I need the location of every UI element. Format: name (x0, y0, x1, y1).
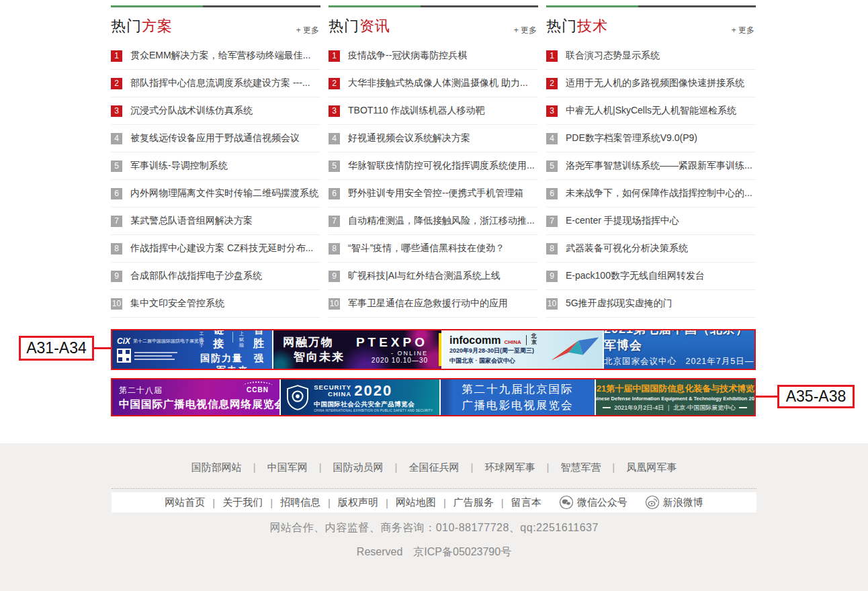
hot-item[interactable]: 5军事训练-导调控制系统 (111, 152, 320, 180)
hot-item[interactable]: 9E-pack100数字无线自组网转发台 (546, 263, 756, 290)
cidex-slogan2: 智胜 (250, 330, 267, 351)
more-link[interactable]: + 更多 (514, 25, 537, 36)
hot-item[interactable]: 4好视通视频会议系统解决方案 (329, 125, 538, 152)
hot-item[interactable]: 2大华非接触式热成像人体测温摄像机 助力... (329, 70, 538, 97)
weibo-link[interactable]: 新浪微博 (645, 495, 703, 510)
cidex-slogan1: 链接 (210, 330, 228, 351)
hot-item[interactable]: 10集中文印安全管控系统 (111, 290, 320, 318)
cidex-title: 第十二届中国国际国防电子展览会 (133, 338, 204, 345)
hot-item[interactable]: 10军事卫星通信在应急救援行动中的应用 (329, 290, 538, 318)
nav-link-about[interactable]: 关于我们 (222, 496, 263, 509)
hot-item[interactable]: 5华脉智联疫情防控可视化指挥调度系统使用... (329, 152, 538, 180)
column-topline (111, 5, 320, 7)
nav-link-sitemap[interactable]: 网站地图 (396, 496, 436, 509)
divider-pipe: | (270, 497, 273, 508)
banner-cidex-expo[interactable]: CiX第十二届中国国际国防电子展览会 军工电子 链接 向上赋能 智胜 国防力量 … (112, 330, 272, 369)
friend-link[interactable]: 智慧军营 (560, 461, 601, 473)
hot-item-title: E-center 手提现场指挥中心 (566, 215, 679, 227)
friend-link[interactable]: 国防部网站 (191, 461, 242, 473)
hot-item[interactable]: 1联合演习态势显示系统 (546, 42, 756, 70)
rank-badge: 8 (111, 243, 122, 255)
wechat-link[interactable]: 微信公众号 (559, 495, 627, 510)
friend-link[interactable]: 全国征兵网 (409, 461, 460, 473)
paper-plane-graphic (544, 334, 600, 365)
rank-badge: 7 (546, 216, 558, 227)
rank-badge: 9 (111, 271, 122, 282)
rank-badge: 10 (329, 298, 340, 310)
hot-item[interactable]: 8作战指挥中心建设方案 CZ科技无延时分布... (111, 235, 320, 263)
hot-item[interactable]: 6未来战争下，如何保障作战指挥控制中心的... (546, 180, 756, 208)
hot-item-title: “智斗”疫情，哪些通信黑科技在使劲？ (348, 242, 505, 255)
friend-link[interactable]: 中国军网 (267, 461, 308, 473)
rank-badge: 5 (329, 161, 340, 172)
hot-item[interactable]: 3TBOT110 作战训练机器人移动靶 (329, 97, 538, 125)
hot-item[interactable]: 2部队指挥中心信息流调度系统建设方案 ---... (111, 70, 320, 97)
hot-item[interactable]: 8武器装备可视化分析决策系统 (546, 235, 756, 263)
hot-item[interactable]: 105G推开虚拟现实虚掩的门 (546, 290, 756, 318)
topline-green-segment (546, 5, 638, 7)
rank-badge: 1 (546, 50, 558, 62)
ptexpo-slogan1: 网融万物 (283, 335, 345, 349)
nav-link-copyright[interactable]: 版权声明 (338, 496, 378, 509)
infocomm-brand: infocomm (449, 336, 501, 345)
banner-junbohui[interactable]: 2021第七届中国（北京）军博会 北京国家会议中心 2021年7月5日—7日 (604, 330, 754, 369)
column-topline (546, 5, 756, 7)
banner-security-china[interactable]: SECURITYCHINA 2020 中国国际社会公共安全产品博览会 CHINA… (281, 379, 440, 415)
hot-item[interactable]: 5洛尧军事智慧训练系统——紧跟新军事训练... (546, 152, 756, 180)
nav-link-guestbook[interactable]: 留言本 (511, 496, 541, 509)
hot-item-title: 部队指挥中心信息流调度系统建设方案 ---... (130, 77, 310, 89)
hot-item-title: 武器装备可视化分析决策系统 (566, 242, 688, 255)
nav-link-jobs[interactable]: 招聘信息 (280, 496, 320, 509)
hot-item[interactable]: 3沉浸式分队战术训练仿真系统 (111, 97, 320, 125)
divider-pipe: | (253, 461, 256, 473)
hot-item[interactable]: 4被复线远传设备应用于野战通信视频会议 (111, 125, 320, 152)
rank-badge: 1 (111, 50, 122, 62)
column-title-accent: 技术 (577, 17, 608, 34)
hot-item[interactable]: 6野外驻训专用安全管控--便携式手机管理箱 (329, 180, 538, 208)
hot-item-title: 中睿无人机|SkyCells无人机智能巡检系统 (566, 105, 736, 117)
security-brand: SECURITYCHINA (314, 384, 351, 398)
rank-badge: 10 (111, 298, 122, 310)
banner-defense-info-expo[interactable]: 2021第十届中国国防信息化装备与技术博览会 Chinese Defense I… (596, 379, 755, 415)
banner-ccbn[interactable]: 第二十八届 中国国际广播电视信息网络展览会 CCBN (112, 379, 279, 415)
rank-badge: 7 (111, 216, 122, 227)
rank-badge: 3 (546, 105, 558, 117)
banner-infocomm-china[interactable]: infocomm CHINA 北京 2020年9月28-30日(周一至周三) 中… (443, 330, 603, 369)
rank-badge: 6 (111, 188, 122, 199)
friend-link[interactable]: 环球网军事 (484, 461, 535, 473)
rank-badge: 4 (329, 133, 340, 144)
hot-item[interactable]: 6内外网物理隔离文件实时传输二维码摆渡系统 (111, 180, 320, 208)
hot-item[interactable]: 1贯众EMM解决方案，给军营移动终端最佳... (111, 42, 320, 70)
hot-item-title: 好视通视频会议系统解决方案 (348, 132, 470, 144)
hot-item[interactable]: 7E-center 手提现场指挥中心 (546, 208, 756, 235)
more-link[interactable]: + 更多 (732, 25, 754, 36)
divider-pipe: | (546, 461, 549, 473)
more-link[interactable]: + 更多 (296, 25, 319, 36)
hot-item[interactable]: 3中睿无人机|SkyCells无人机智能巡检系统 (546, 97, 756, 125)
hot-item[interactable]: 9合成部队作战指挥电子沙盘系统 (111, 263, 320, 290)
ptexpo-brand: PTEXPO (356, 335, 428, 350)
rank-badge: 7 (329, 216, 340, 227)
nav-link-ads[interactable]: 广告服务 (453, 496, 494, 509)
hot-item[interactable]: 8“智斗”疫情，哪些通信黑科技在使劲？ (329, 235, 538, 263)
hot-item-title: 疫情战争--冠状病毒防控兵棋 (348, 50, 467, 62)
hot-item[interactable]: 7某武警总队语音组网解决方案 (111, 208, 320, 235)
friend-link[interactable]: 国防动员网 (333, 461, 384, 473)
hot-item[interactable]: 7自动精准测温，降低接触风险，浙江移动推... (329, 208, 538, 235)
nav-link-home[interactable]: 网站首页 (165, 496, 205, 509)
security-title-en: CHINA INTERNATIONAL EXHIBITION ON PUBLIC… (314, 409, 433, 412)
banner-birtv[interactable]: 第二十九届北京国际 广播电影电视展览会 (441, 379, 595, 415)
hot-item[interactable]: 4PDE数字档案管理系统V9.0(P9) (546, 125, 756, 152)
column-title: 热门资讯 (329, 16, 390, 36)
hot-item-title: 5G推开虚拟现实虚掩的门 (566, 298, 672, 310)
annotation-connector-left (93, 347, 112, 349)
hot-item[interactable]: 2适用于无人机的多路视频图像快速拼接系统 (546, 70, 756, 97)
friend-link[interactable]: 凤凰网军事 (626, 461, 677, 473)
footer: 国防部网站|中国军网|国防动员网|全国征兵网|环球网军事|智慧军营|凤凰网军事 … (0, 443, 868, 591)
hot-item-title: 自动精准测温，降低接触风险，浙江移动推... (348, 215, 535, 227)
hot-item[interactable]: 1疫情战争--冠状病毒防控兵棋 (329, 42, 538, 70)
annotation-a31-a34: A31-A34 (19, 336, 94, 361)
banner-ptexpo[interactable]: 网融万物 智向未来 PTEXPO - ONLINE 2020 10.10—30 (273, 330, 441, 369)
hot-item-title: 内外网物理隔离文件实时传输二维码摆渡系统 (130, 187, 318, 199)
hot-item[interactable]: 9旷视科技|AI与红外结合测温系统上线 (329, 263, 538, 290)
